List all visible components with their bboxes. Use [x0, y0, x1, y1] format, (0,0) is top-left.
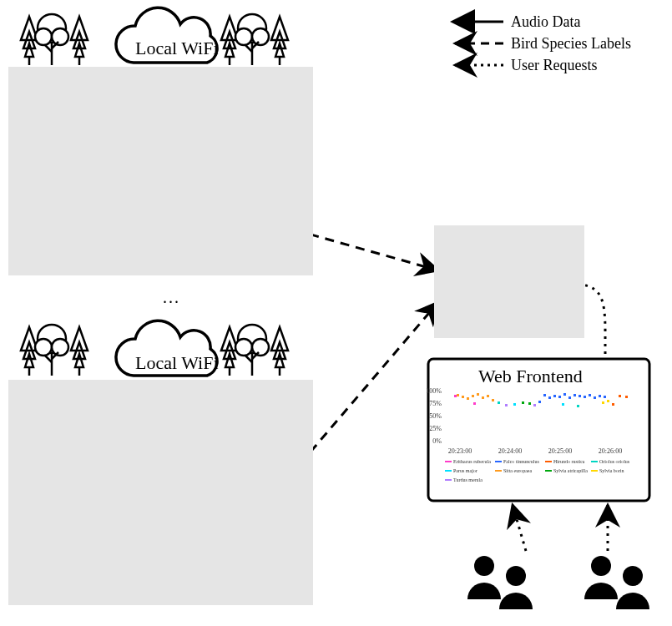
svg-text:20:26:00: 20:26:00 [599, 447, 622, 455]
cloud-label-top: Local WiFi [135, 38, 219, 59]
svg-rect-92 [513, 403, 516, 406]
svg-rect-83 [482, 396, 484, 399]
svg-rect-78 [457, 394, 459, 396]
ellipsis-between-groups: ... [163, 288, 180, 307]
svg-rect-91 [533, 404, 536, 406]
svg-rect-129 [591, 470, 598, 472]
svg-text:Turdus merula: Turdus merula [453, 477, 483, 482]
svg-rect-125 [495, 470, 502, 472]
svg-rect-117 [495, 461, 502, 462]
svg-line-66 [513, 505, 526, 551]
svg-rect-94 [522, 401, 524, 404]
svg-text:0%: 0% [432, 437, 442, 445]
svg-text:20:24:00: 20:24:00 [498, 447, 522, 455]
svg-rect-119 [545, 461, 552, 462]
svg-rect-99 [553, 395, 556, 397]
users-left [467, 556, 533, 609]
svg-rect-131 [445, 479, 452, 481]
svg-text:Oriolus oriolus: Oriolus oriolus [599, 459, 630, 464]
svg-rect-123 [445, 470, 452, 472]
svg-rect-97 [543, 394, 546, 396]
svg-text:Sylvia atricapilla: Sylvia atricapilla [553, 468, 588, 473]
edge-deployment-bottom [8, 380, 313, 605]
svg-rect-114 [625, 396, 628, 398]
svg-text:20:23:00: 20:23:00 [448, 447, 472, 455]
svg-rect-127 [545, 470, 552, 472]
svg-text:Sitta europaea: Sitta europaea [503, 468, 532, 473]
svg-rect-80 [467, 397, 469, 400]
trees-icon [221, 325, 288, 376]
cloud-label-bottom: Local WiFi [135, 352, 219, 374]
svg-rect-85 [492, 399, 494, 401]
svg-text:50%: 50% [429, 412, 442, 420]
trees-icon [21, 14, 88, 65]
svg-rect-113 [619, 395, 621, 397]
svg-text:Sylvia borin: Sylvia borin [599, 468, 624, 473]
svg-rect-112 [612, 403, 614, 406]
svg-rect-88 [498, 401, 500, 404]
svg-rect-86 [454, 395, 457, 397]
svg-rect-105 [584, 396, 586, 398]
svg-rect-111 [607, 400, 609, 402]
svg-text:Falco tinnunculus: Falco tinnunculus [503, 459, 539, 464]
legend-requests-label: User Requests [511, 57, 597, 74]
svg-rect-96 [538, 401, 541, 403]
svg-rect-84 [487, 395, 489, 397]
svg-rect-121 [591, 461, 598, 462]
web-frontend-title: Web Frontend [478, 366, 583, 387]
legend-species-label: Bird Species Labels [511, 35, 631, 53]
legend-arrows [455, 22, 503, 65]
svg-rect-87 [473, 402, 476, 405]
svg-rect-82 [477, 393, 479, 396]
svg-text:Hirundo rustica: Hirundo rustica [553, 459, 585, 464]
svg-rect-103 [573, 394, 576, 396]
svg-rect-81 [472, 395, 474, 397]
server-pod [434, 225, 584, 338]
svg-rect-108 [599, 395, 601, 397]
svg-rect-100 [558, 396, 561, 398]
svg-rect-89 [577, 405, 579, 407]
users-right [584, 556, 649, 609]
edge-deployment-top [8, 67, 313, 275]
svg-rect-104 [579, 395, 581, 397]
svg-rect-102 [568, 396, 571, 399]
svg-rect-79 [462, 396, 464, 398]
trees-icon [21, 325, 88, 376]
svg-text:Parus major: Parus major [453, 468, 477, 473]
svg-text:75%: 75% [429, 400, 442, 407]
svg-rect-110 [602, 401, 604, 404]
svg-text:25%: 25% [429, 425, 442, 432]
svg-rect-93 [562, 403, 564, 406]
svg-rect-101 [563, 393, 566, 396]
svg-text:Erithacus rubecula: Erithacus rubecula [453, 459, 491, 464]
svg-text:20:25:00: 20:25:00 [548, 447, 572, 455]
svg-rect-95 [528, 402, 531, 405]
legend-audio-label: Audio Data [511, 13, 580, 31]
svg-rect-90 [505, 404, 508, 406]
trees-icon [221, 14, 288, 65]
svg-rect-115 [445, 461, 452, 462]
svg-rect-107 [594, 396, 596, 399]
svg-rect-109 [604, 396, 606, 398]
svg-rect-98 [548, 396, 551, 399]
svg-rect-106 [589, 394, 591, 396]
svg-text:100%: 100% [426, 387, 442, 395]
